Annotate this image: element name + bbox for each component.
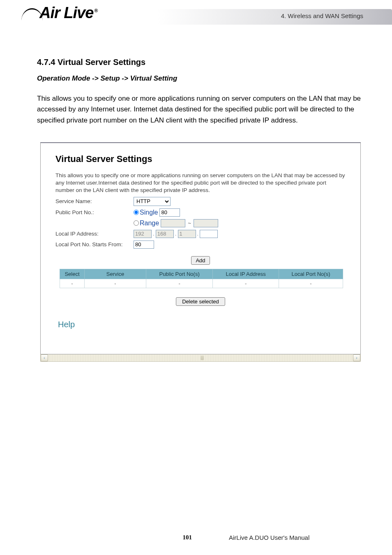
label-local-port-start: Local Port No. Starts From: xyxy=(55,241,134,247)
chevron-right-icon: › xyxy=(356,356,357,360)
section-heading: 4.7.4 Virtual Server Settings xyxy=(37,58,363,67)
page-header: 4. Wireless and WAN Settings Air Live® xyxy=(0,0,392,45)
th-local-ip: Local IP Address xyxy=(213,269,279,279)
breadcrumb: Operation Mode -> Setup -> Virtual Setti… xyxy=(37,74,363,83)
td-public-port: - xyxy=(146,279,213,288)
range-to-input[interactable] xyxy=(194,219,218,227)
settings-panel: Virtual Server Settings This allows you … xyxy=(40,142,361,354)
label-public-port: Public Port No.: xyxy=(55,209,134,215)
range-from-input[interactable] xyxy=(161,219,185,227)
row-local-ip: Local IP Address: . . . xyxy=(55,230,346,238)
logo-text: Air Live® xyxy=(39,4,97,22)
page-number: 101 xyxy=(0,534,196,541)
th-service: Service xyxy=(85,269,146,279)
panel-title: Virtual Server Settings xyxy=(55,154,350,164)
td-local-ip: - xyxy=(213,279,279,288)
page-content: 4.7.4 Virtual Server Settings Operation … xyxy=(0,45,392,362)
manual-title: AirLive A.DUO User's Manual xyxy=(196,534,392,541)
service-name-select[interactable]: HTTP xyxy=(134,197,171,206)
td-select: - xyxy=(60,279,85,288)
body-paragraph: This allows you to specify one or more a… xyxy=(37,93,363,126)
scroll-thumb[interactable] xyxy=(201,356,204,360)
add-button[interactable]: Add xyxy=(191,256,210,265)
local-port-start-input[interactable] xyxy=(134,240,154,249)
row-public-port-range: Range ~ xyxy=(55,219,346,227)
table-row: - - - - - xyxy=(60,279,343,288)
ip-octet-1 xyxy=(134,230,152,238)
row-public-port-single: Public Port No.: Single xyxy=(55,208,346,217)
chevron-left-icon: ‹ xyxy=(44,356,45,360)
row-service-name: Service Name: HTTP xyxy=(55,197,346,206)
help-link[interactable]: Help xyxy=(58,320,75,329)
ip-octet-4[interactable] xyxy=(200,230,218,238)
page-footer: 101 AirLive A.DUO User's Manual xyxy=(0,534,392,541)
chapter-title: 4. Wireless and WAN Settings xyxy=(281,12,363,19)
scroll-right-button[interactable]: › xyxy=(353,354,360,361)
table-header-row: Select Service Public Port No(s) Local I… xyxy=(60,269,343,279)
range-separator: ~ xyxy=(188,220,191,226)
label-local-ip: Local IP Address: xyxy=(55,231,134,237)
label-service-name: Service Name: xyxy=(55,198,134,204)
single-port-input[interactable] xyxy=(159,208,180,217)
port-mode-single-label: Single xyxy=(140,209,158,216)
virtual-server-table: Select Service Public Port No(s) Local I… xyxy=(60,269,343,288)
th-local-port: Local Port No(s) xyxy=(279,269,343,279)
port-mode-single-radio[interactable] xyxy=(134,210,139,215)
ip-octet-3 xyxy=(178,230,196,238)
delete-selected-button[interactable]: Delete selected xyxy=(176,297,225,306)
port-mode-range-label: Range xyxy=(140,220,159,227)
port-mode-range-radio[interactable] xyxy=(134,220,139,226)
horizontal-scrollbar[interactable]: ‹ › xyxy=(40,354,361,362)
td-local-port: - xyxy=(279,279,343,288)
td-service: - xyxy=(85,279,146,288)
panel-description: This allows you to specify one or more a… xyxy=(55,172,346,194)
logo: Air Live® xyxy=(21,4,97,22)
scroll-left-button[interactable]: ‹ xyxy=(41,354,48,361)
th-select: Select xyxy=(60,269,85,279)
registered-icon: ® xyxy=(94,8,97,14)
ip-octet-2 xyxy=(156,230,174,238)
row-local-port-start: Local Port No. Starts From: xyxy=(55,240,346,249)
scroll-track[interactable] xyxy=(48,354,353,361)
th-public-port: Public Port No(s) xyxy=(146,269,213,279)
